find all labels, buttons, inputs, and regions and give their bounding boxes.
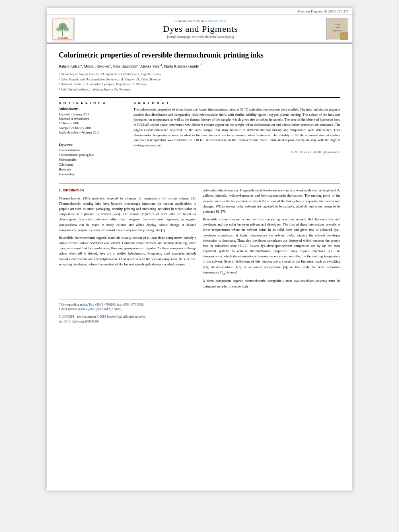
divider [59, 139, 123, 139]
affil-sup-a: a [59, 72, 60, 77]
received-date: Received 6 January 2010 [59, 112, 123, 117]
accepted-date: Accepted 23 January 2010 [59, 126, 123, 130]
page: Dyes and Pigments 86 (2010) 271–277 ELSE… [47, 8, 352, 491]
keyword-6: Reversibility [59, 172, 123, 177]
body-right-col: colouration/decolouration. Frequently us… [203, 188, 340, 292]
affil-a: a University of Zagreb, Faculty of Graph… [59, 72, 340, 77]
intro-title: 1. Introduction [59, 188, 196, 193]
citation-line: Dyes and Pigments 86 (2010) 271–277 [47, 8, 352, 14]
svg-text:pigments: pigments [332, 29, 342, 32]
affil-text-a: University of Zagreb, Faculty of Graphic… [61, 72, 161, 77]
abstract-col: A B S T R A C T The colorimetric propert… [134, 101, 340, 177]
right-para-1: colouration/decolouration. Frequently us… [203, 188, 340, 214]
intro-heading: Introduction [63, 188, 84, 192]
body-divider [59, 183, 340, 184]
sup-c: c [137, 64, 138, 67]
svg-text:ELSEVIER: ELSEVIER [58, 37, 68, 39]
article-info-col: A R T I C L E I N F O Article history: R… [59, 101, 127, 177]
homepage-text: journal homepage: www.elsevier.com/locat… [167, 35, 234, 39]
email-address[interactable]: marta.k.gunde@ki.si [78, 307, 104, 311]
svg-point-4 [56, 27, 62, 31]
journal-header-center: Contents lists available at ScienceDirec… [78, 19, 323, 39]
affil-text-c: National Institute of Chemistry, Ljublja… [61, 82, 148, 87]
svg-text:and: and [335, 26, 339, 29]
body-left-col: 1. Introduction Thermochromic (TC) mater… [59, 188, 196, 292]
right-para-3: A three component organic thermochromic … [203, 278, 340, 289]
sciencedirect-link[interactable]: ScienceDirect [208, 19, 226, 23]
journal-logo-right: dyes and pigments [326, 18, 348, 40]
corresponding-author-text: * Corresponding author. Tel.: +386 1 476… [59, 303, 144, 306]
keyword-1: Thermochromism [59, 148, 123, 153]
footer-section: * Corresponding author. Tel.: +386 1 476… [59, 300, 340, 325]
intro-para-2: Reversible thermochromic organic materia… [59, 235, 196, 267]
keywords-list: Thermochromism Thermochromic printing in… [59, 148, 123, 177]
article-abstract-section: A R T I C L E I N F O Article history: R… [59, 97, 340, 177]
footer-id-line2: doi:10.1016/j.dyepig.2010.01.014 [59, 319, 340, 324]
abstract-heading: A B S T R A C T [134, 101, 340, 105]
intro-para-1: Thermochromic (TC) materials respond to … [59, 196, 196, 233]
affil-sup-b: b [59, 77, 60, 82]
keyword-4: Colorimetry [59, 162, 123, 167]
sup-c2: c,* [199, 64, 202, 67]
affil-sup-c: c [59, 82, 60, 87]
svg-point-5 [64, 27, 69, 31]
affil-c: c National Institute of Chemistry, Ljubl… [59, 82, 340, 87]
article-info-heading: A R T I C L E I N F O [59, 101, 123, 105]
svg-rect-7 [327, 19, 348, 39]
keyword-5: Hysteresis [59, 167, 123, 172]
affil-text-b: Cetis, Graphic and Documentation Service… [61, 77, 160, 82]
journal-title: Dyes and Pigments [78, 24, 323, 34]
article-history-block: Received 6 January 2010 Received in revi… [59, 112, 123, 135]
footnote: * Corresponding author. Tel.: +386 1 476… [59, 302, 340, 312]
body-section: 1. Introduction Thermochromic (TC) mater… [59, 188, 340, 292]
right-para-2: Reversible colour change occurs via two … [203, 217, 340, 276]
contents-text: Contents lists available at [175, 19, 208, 23]
sup-d: d [160, 64, 162, 67]
footer-ids: 0143-7208/$ – see front matter © 2010 El… [59, 314, 340, 324]
copyright: © 2010 Elsevier Ltd. All rights reserved… [134, 150, 340, 154]
elsevier-logo: ELSEVIER [51, 17, 75, 41]
journal-homepage: journal homepage: www.elsevier.com/locat… [78, 35, 323, 39]
journal-logo-svg: dyes and pigments [327, 19, 348, 39]
citation-text: Dyes and Pigments 86 (2010) 271–277 [298, 10, 348, 13]
affil-sup-d: d [59, 87, 60, 92]
keyword-2: Thermochromic printing inks [59, 153, 123, 158]
authors: Rahela Kulčara, Mojca Friškovecb, Nina H… [59, 63, 340, 69]
intro-number: 1. [59, 188, 62, 192]
article-history-label: Article history: [59, 107, 123, 111]
affil-d: d Jožef Stefan Institute, Ljubljana, Jam… [59, 87, 340, 92]
elsevier-logo-svg: ELSEVIER [52, 18, 74, 40]
affil-text-d: Jožef Stefan Institute, Ljubljana, Jamov… [61, 87, 130, 92]
footer-id-line1: 0143-7208/$ – see front matter © 2010 El… [59, 314, 340, 319]
revised-date: Received in revised form22 January 2010 [59, 117, 123, 126]
svg-point-11 [339, 32, 346, 38]
sup-b: b [110, 64, 111, 67]
svg-text:dyes: dyes [335, 23, 340, 25]
paper-title: Colorimetric properties of reversible th… [59, 51, 340, 60]
sup-a: a [81, 64, 82, 67]
email-label: E-mail address: [59, 307, 78, 311]
affil-b: b Cetis, Graphic and Documentation Servi… [59, 77, 340, 82]
abstract-text: The colorimetric properties of three, le… [134, 107, 340, 148]
available-date: Available online 1 February 2010 [59, 130, 123, 135]
paper-content: Colorimetric properties of reversible th… [47, 43, 352, 332]
keyword-3: Microcapsules [59, 158, 123, 162]
email-suffix: (M.K. Gunde). [104, 307, 122, 311]
keywords-label: Keywords: [59, 143, 123, 147]
journal-header: ELSEVIER Contents lists available at Sci… [47, 14, 352, 43]
affiliations: a University of Zagreb, Faculty of Graph… [59, 72, 340, 92]
contents-line: Contents lists available at ScienceDirec… [78, 19, 323, 23]
